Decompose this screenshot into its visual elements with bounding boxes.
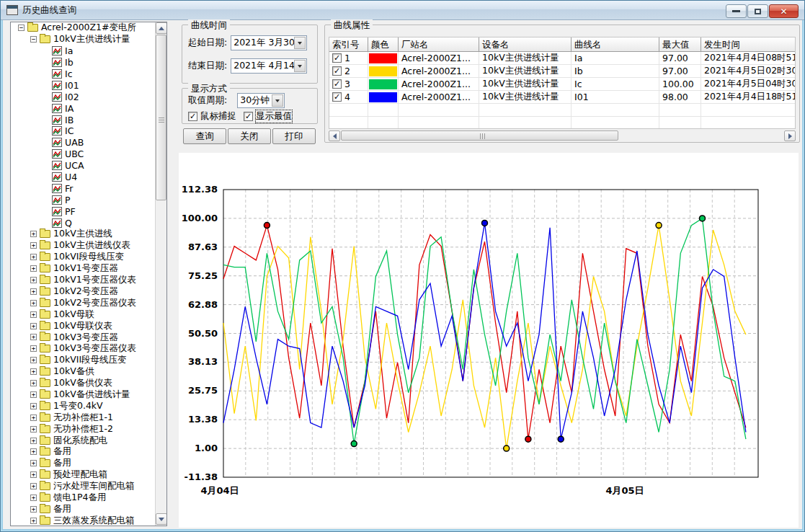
- expand-icon[interactable]: +: [30, 231, 37, 237]
- collapse-icon[interactable]: −: [18, 25, 25, 31]
- column-header-发生时间[interactable]: 发生时间: [701, 37, 796, 52]
- curve-visible-checkbox[interactable]: ✓: [332, 53, 342, 63]
- expand-icon[interactable]: +: [30, 506, 37, 513]
- expand-icon[interactable]: +: [30, 357, 37, 363]
- sample-period-dropdown-button[interactable]: [272, 94, 283, 107]
- tree-item-固化系统配电[interactable]: +固化系统配电: [11, 435, 155, 446]
- tree-item-三效蒸发系统配电箱[interactable]: +三效蒸发系统配电箱: [11, 515, 155, 526]
- scroll-up-button[interactable]: [156, 22, 167, 34]
- expand-icon[interactable]: +: [30, 345, 37, 352]
- tree-item-备用[interactable]: +备用: [11, 446, 155, 458]
- column-header-索引号[interactable]: 索引号: [329, 37, 368, 52]
- tree-item-1号变0.4kV[interactable]: +1号变0.4kV: [11, 400, 155, 412]
- tree-item-无功补偿柜1-2[interactable]: +无功补偿柜1-2: [11, 423, 155, 435]
- tree-item-预处理配电箱[interactable]: +预处理配电箱: [11, 469, 155, 481]
- tree-item-U4[interactable]: U4: [11, 172, 155, 183]
- start-date-dropdown-button[interactable]: [294, 37, 306, 49]
- column-header-曲线名[interactable]: 曲线名: [571, 37, 659, 52]
- query-button[interactable]: 查询: [183, 128, 226, 144]
- tree-item-备用[interactable]: +备用: [11, 503, 155, 515]
- mouse-capture-checkbox[interactable]: ✓: [188, 112, 197, 121]
- expand-icon[interactable]: +: [30, 311, 37, 318]
- tree-item-UAB[interactable]: UAB: [11, 137, 155, 148]
- expand-icon[interactable]: +: [30, 391, 37, 398]
- tree-item-I02[interactable]: I02: [11, 91, 155, 102]
- table-row[interactable]: ✓2Acrel-2000Z1...10kV主供进线计量Ib97.002021年4…: [329, 65, 796, 78]
- tree-item-10kV母联仪表[interactable]: +10kV母联仪表: [11, 320, 155, 332]
- tree-item-10kV备供仪表[interactable]: +10kV备供仪表: [11, 378, 155, 389]
- expand-icon[interactable]: +: [30, 323, 37, 329]
- tree-item-10kV3号变压器仪表[interactable]: +10kV3号变压器仪表: [11, 343, 155, 355]
- expand-icon[interactable]: +: [30, 242, 37, 249]
- expand-icon[interactable]: +: [30, 438, 37, 444]
- column-header-最大值[interactable]: 最大值: [659, 37, 701, 52]
- title-bar[interactable]: 历史曲线查询 ✕: [1, 1, 804, 20]
- tree-item-10kV主供进线[interactable]: +10kV主供进线: [11, 229, 155, 240]
- curve-visible-checkbox[interactable]: ✓: [332, 79, 342, 89]
- tree-item-10kV备供[interactable]: +10kV备供: [11, 366, 155, 378]
- tree-item-Ia[interactable]: Ia: [11, 45, 155, 57]
- expand-icon[interactable]: +: [30, 460, 37, 466]
- column-header-颜色[interactable]: 颜色: [368, 37, 399, 52]
- tree-item-I01[interactable]: I01: [11, 79, 155, 91]
- expand-icon[interactable]: +: [30, 265, 37, 272]
- scroll-down-button[interactable]: [156, 513, 167, 525]
- expand-icon[interactable]: +: [30, 288, 37, 295]
- end-date-dropdown-button[interactable]: [294, 60, 306, 72]
- trend-chart[interactable]: 112.38100.0087.6375.2562.8850.5038.1325.…: [179, 153, 799, 530]
- start-date-picker[interactable]: 2021年 3月30: [231, 35, 307, 50]
- tree-item-UCA[interactable]: UCA: [11, 160, 155, 172]
- expand-icon[interactable]: +: [30, 277, 37, 283]
- close-dialog-button[interactable]: 关闭: [228, 128, 271, 144]
- tree-item-10kV1号变压器仪表[interactable]: +10kV1号变压器仪表: [11, 275, 155, 286]
- print-button[interactable]: 打印: [272, 128, 316, 144]
- tree-item-10kV2号变压器仪表[interactable]: +10kV2号变压器仪表: [11, 297, 155, 309]
- tree-item-Acrel-2000Z1#变电所[interactable]: −Acrel-2000Z1#变电所: [11, 22, 155, 34]
- tree-item-10kV3号变压器[interactable]: +10kV3号变压器: [11, 332, 155, 343]
- tree-item-10kV母联[interactable]: +10kV母联: [11, 309, 155, 320]
- tree-item-IC[interactable]: IC: [11, 125, 155, 137]
- close-button[interactable]: ✕: [769, 4, 799, 18]
- table-row[interactable]: ✓3Acrel-2000Z1...10kV主供进线计量Ic100.002021年…: [329, 78, 796, 91]
- column-header-厂站名[interactable]: 厂站名: [399, 37, 479, 52]
- tree-item-Ib[interactable]: Ib: [11, 57, 155, 68]
- tree-item-P[interactable]: P: [11, 194, 155, 205]
- expand-icon[interactable]: +: [30, 518, 37, 524]
- show-extremes-checkbox[interactable]: ✓: [244, 112, 253, 121]
- hscroll-thumb[interactable]: [341, 130, 618, 141]
- tree-item-无功补偿柜1-1[interactable]: +无功补偿柜1-1: [11, 412, 155, 423]
- tree-item-10kVII段母线压变[interactable]: +10kVII段母线压变: [11, 355, 155, 366]
- tree-item-Ic[interactable]: Ic: [11, 68, 155, 80]
- table-row[interactable]: ✓1Acrel-2000Z1...10kV主供进线计量Ia97.002021年4…: [329, 52, 796, 65]
- scroll-thumb[interactable]: [156, 35, 166, 200]
- tree-item-Fr[interactable]: Fr: [11, 182, 155, 194]
- tree-item-10kV1号变压器[interactable]: +10kV1号变压器: [11, 263, 155, 275]
- table-row[interactable]: ✓4Acrel-2000Z1...10kV主供进线计量I0198.002021年…: [329, 91, 796, 104]
- curve-visible-checkbox[interactable]: ✓: [332, 92, 342, 102]
- tree-item-10kV2号变压器[interactable]: +10kV2号变压器: [11, 285, 155, 297]
- minimize-button[interactable]: [726, 4, 747, 18]
- tree-item-备用[interactable]: +备用: [11, 458, 155, 469]
- tree-item-UBC[interactable]: UBC: [11, 148, 155, 160]
- expand-icon[interactable]: +: [30, 403, 37, 409]
- tree-item-Q[interactable]: Q: [11, 217, 155, 229]
- expand-icon[interactable]: +: [30, 300, 37, 306]
- tree-item-10kV主供进线计量[interactable]: −10kV主供进线计量: [11, 34, 155, 45]
- collapse-icon[interactable]: −: [30, 36, 37, 43]
- expand-icon[interactable]: +: [30, 254, 37, 260]
- expand-icon[interactable]: +: [30, 368, 37, 375]
- expand-icon[interactable]: +: [30, 448, 37, 455]
- maximize-button[interactable]: [747, 4, 768, 18]
- scroll-left-button[interactable]: [329, 130, 340, 141]
- expand-icon[interactable]: +: [30, 426, 37, 433]
- curve-visible-checkbox[interactable]: ✓: [332, 66, 342, 76]
- tree-vertical-scrollbar[interactable]: [155, 22, 166, 526]
- table-horizontal-scrollbar[interactable]: [329, 130, 796, 141]
- tree-item-IA[interactable]: IA: [11, 102, 155, 114]
- expand-icon[interactable]: +: [30, 380, 37, 386]
- scroll-right-button[interactable]: [784, 130, 796, 141]
- tree-item-馈电1P4备用[interactable]: +馈电1P4备用: [11, 492, 155, 504]
- expand-icon[interactable]: +: [30, 483, 37, 489]
- tree-item-PF[interactable]: PF: [11, 205, 155, 217]
- tree-item-10kV主供进线仪表[interactable]: +10kV主供进线仪表: [11, 240, 155, 252]
